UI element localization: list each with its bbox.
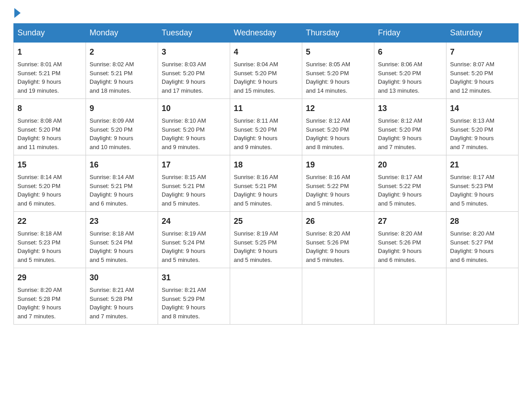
calendar-week-row: 8Sunrise: 8:08 AMSunset: 5:20 PMDaylight… <box>14 99 519 155</box>
day-info: Sunrise: 8:21 AMSunset: 5:28 PMDaylight:… <box>90 286 154 321</box>
logo-triangle-icon <box>14 8 21 18</box>
day-info: Sunrise: 8:09 AMSunset: 5:20 PMDaylight:… <box>90 116 154 151</box>
logo <box>13 9 21 19</box>
calendar-cell: 12Sunrise: 8:12 AMSunset: 5:20 PMDayligh… <box>302 99 374 155</box>
calendar-cell: 1Sunrise: 8:01 AMSunset: 5:21 PMDaylight… <box>14 43 86 99</box>
calendar-cell: 31Sunrise: 8:21 AMSunset: 5:29 PMDayligh… <box>158 268 230 325</box>
day-info: Sunrise: 8:16 AMSunset: 5:21 PMDaylight:… <box>234 173 298 208</box>
calendar-cell: 8Sunrise: 8:08 AMSunset: 5:20 PMDaylight… <box>14 99 86 155</box>
day-number: 11 <box>234 103 298 115</box>
header-thursday: Thursday <box>302 24 374 43</box>
day-number: 27 <box>378 215 442 227</box>
day-info: Sunrise: 8:19 AMSunset: 5:25 PMDaylight:… <box>234 229 298 264</box>
day-number: 30 <box>90 272 154 284</box>
calendar-week-row: 1Sunrise: 8:01 AMSunset: 5:21 PMDaylight… <box>14 43 519 99</box>
calendar-cell: 5Sunrise: 8:05 AMSunset: 5:20 PMDaylight… <box>302 43 374 99</box>
calendar-cell: 23Sunrise: 8:18 AMSunset: 5:24 PMDayligh… <box>86 212 158 268</box>
calendar-week-row: 22Sunrise: 8:18 AMSunset: 5:23 PMDayligh… <box>14 212 519 268</box>
day-info: Sunrise: 8:18 AMSunset: 5:23 PMDaylight:… <box>17 229 82 264</box>
calendar-cell: 15Sunrise: 8:14 AMSunset: 5:20 PMDayligh… <box>14 155 86 212</box>
day-number: 16 <box>90 159 154 171</box>
day-number: 20 <box>378 159 442 171</box>
day-number: 2 <box>90 46 154 58</box>
day-info: Sunrise: 8:21 AMSunset: 5:29 PMDaylight:… <box>162 286 226 321</box>
day-info: Sunrise: 8:20 AMSunset: 5:28 PMDaylight:… <box>17 286 82 321</box>
day-info: Sunrise: 8:04 AMSunset: 5:20 PMDaylight:… <box>234 60 298 95</box>
day-number: 14 <box>450 103 515 115</box>
calendar-cell: 28Sunrise: 8:20 AMSunset: 5:27 PMDayligh… <box>446 212 519 268</box>
calendar-cell: 30Sunrise: 8:21 AMSunset: 5:28 PMDayligh… <box>86 268 158 325</box>
calendar-cell: 6Sunrise: 8:06 AMSunset: 5:20 PMDaylight… <box>374 43 446 99</box>
day-number: 26 <box>306 215 370 227</box>
day-number: 18 <box>234 159 298 171</box>
header-saturday: Saturday <box>446 24 519 43</box>
calendar-cell: 22Sunrise: 8:18 AMSunset: 5:23 PMDayligh… <box>14 212 86 268</box>
day-info: Sunrise: 8:13 AMSunset: 5:20 PMDaylight:… <box>450 116 515 151</box>
day-number: 4 <box>234 46 298 58</box>
calendar-cell <box>446 268 519 325</box>
day-number: 6 <box>378 46 442 58</box>
day-info: Sunrise: 8:20 AMSunset: 5:26 PMDaylight:… <box>306 229 370 264</box>
day-number: 23 <box>90 215 154 227</box>
calendar-cell <box>230 268 302 325</box>
day-info: Sunrise: 8:02 AMSunset: 5:21 PMDaylight:… <box>90 60 154 95</box>
calendar-cell: 29Sunrise: 8:20 AMSunset: 5:28 PMDayligh… <box>14 268 86 325</box>
day-number: 25 <box>234 215 298 227</box>
day-number: 10 <box>162 103 226 115</box>
day-info: Sunrise: 8:01 AMSunset: 5:21 PMDaylight:… <box>17 60 82 95</box>
calendar-cell: 17Sunrise: 8:15 AMSunset: 5:21 PMDayligh… <box>158 155 230 212</box>
day-number: 3 <box>162 46 226 58</box>
day-info: Sunrise: 8:05 AMSunset: 5:20 PMDaylight:… <box>306 60 370 95</box>
day-number: 17 <box>162 159 226 171</box>
calendar-cell: 9Sunrise: 8:09 AMSunset: 5:20 PMDaylight… <box>86 99 158 155</box>
day-number: 15 <box>17 159 82 171</box>
day-number: 22 <box>17 215 82 227</box>
day-number: 24 <box>162 215 226 227</box>
calendar-cell: 18Sunrise: 8:16 AMSunset: 5:21 PMDayligh… <box>230 155 302 212</box>
day-number: 19 <box>306 159 370 171</box>
calendar-cell: 20Sunrise: 8:17 AMSunset: 5:22 PMDayligh… <box>374 155 446 212</box>
calendar-cell: 7Sunrise: 8:07 AMSunset: 5:20 PMDaylight… <box>446 43 519 99</box>
header-sunday: Sunday <box>14 24 86 43</box>
day-info: Sunrise: 8:06 AMSunset: 5:20 PMDaylight:… <box>378 60 442 95</box>
calendar-cell: 10Sunrise: 8:10 AMSunset: 5:20 PMDayligh… <box>158 99 230 155</box>
page-header <box>13 9 519 19</box>
day-number: 9 <box>90 103 154 115</box>
day-info: Sunrise: 8:14 AMSunset: 5:20 PMDaylight:… <box>17 173 82 208</box>
day-number: 28 <box>450 215 515 227</box>
header-friday: Friday <box>374 24 446 43</box>
calendar-cell: 13Sunrise: 8:12 AMSunset: 5:20 PMDayligh… <box>374 99 446 155</box>
day-number: 5 <box>306 46 370 58</box>
day-number: 12 <box>306 103 370 115</box>
header-monday: Monday <box>86 24 158 43</box>
calendar-table: SundayMondayTuesdayWednesdayThursdayFrid… <box>13 23 519 325</box>
calendar-cell: 11Sunrise: 8:11 AMSunset: 5:20 PMDayligh… <box>230 99 302 155</box>
header-tuesday: Tuesday <box>158 24 230 43</box>
day-number: 31 <box>162 272 226 284</box>
day-info: Sunrise: 8:07 AMSunset: 5:20 PMDaylight:… <box>450 60 515 95</box>
day-info: Sunrise: 8:12 AMSunset: 5:20 PMDaylight:… <box>306 116 370 151</box>
header-wednesday: Wednesday <box>230 24 302 43</box>
calendar-cell: 16Sunrise: 8:14 AMSunset: 5:21 PMDayligh… <box>86 155 158 212</box>
calendar-cell: 26Sunrise: 8:20 AMSunset: 5:26 PMDayligh… <box>302 212 374 268</box>
calendar-week-row: 29Sunrise: 8:20 AMSunset: 5:28 PMDayligh… <box>14 268 519 325</box>
day-info: Sunrise: 8:03 AMSunset: 5:20 PMDaylight:… <box>162 60 226 95</box>
day-info: Sunrise: 8:17 AMSunset: 5:22 PMDaylight:… <box>378 173 442 208</box>
day-info: Sunrise: 8:20 AMSunset: 5:26 PMDaylight:… <box>378 229 442 264</box>
day-info: Sunrise: 8:14 AMSunset: 5:21 PMDaylight:… <box>90 173 154 208</box>
day-info: Sunrise: 8:12 AMSunset: 5:20 PMDaylight:… <box>378 116 442 151</box>
calendar-cell: 21Sunrise: 8:17 AMSunset: 5:23 PMDayligh… <box>446 155 519 212</box>
day-info: Sunrise: 8:08 AMSunset: 5:20 PMDaylight:… <box>17 116 82 151</box>
day-info: Sunrise: 8:17 AMSunset: 5:23 PMDaylight:… <box>450 173 515 208</box>
day-info: Sunrise: 8:15 AMSunset: 5:21 PMDaylight:… <box>162 173 226 208</box>
day-number: 29 <box>17 272 82 284</box>
calendar-cell <box>374 268 446 325</box>
calendar-cell: 27Sunrise: 8:20 AMSunset: 5:26 PMDayligh… <box>374 212 446 268</box>
day-number: 8 <box>17 103 82 115</box>
calendar-cell: 2Sunrise: 8:02 AMSunset: 5:21 PMDaylight… <box>86 43 158 99</box>
calendar-cell: 4Sunrise: 8:04 AMSunset: 5:20 PMDaylight… <box>230 43 302 99</box>
day-info: Sunrise: 8:18 AMSunset: 5:24 PMDaylight:… <box>90 229 154 264</box>
day-info: Sunrise: 8:19 AMSunset: 5:24 PMDaylight:… <box>162 229 226 264</box>
calendar-cell: 25Sunrise: 8:19 AMSunset: 5:25 PMDayligh… <box>230 212 302 268</box>
day-number: 1 <box>17 46 82 58</box>
